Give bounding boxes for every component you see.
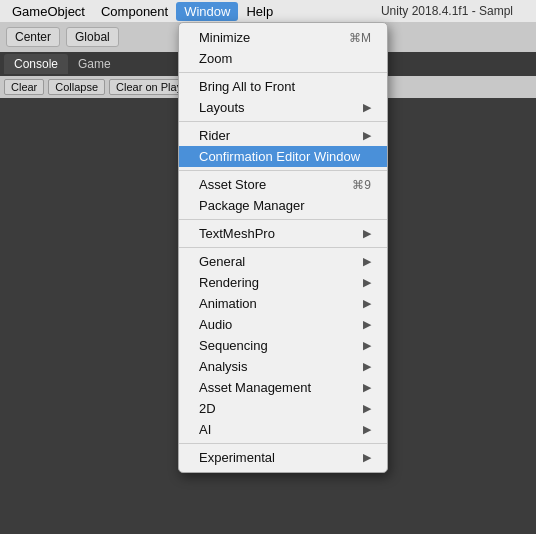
rider-arrow-icon: ▶ (363, 129, 371, 142)
menu-item-minimize-label: Minimize (199, 30, 250, 45)
layouts-arrow-icon: ▶ (363, 101, 371, 114)
menu-item-sequencing-label: Sequencing (199, 338, 268, 353)
menu-item-bring-all-to-front[interactable]: Bring All to Front (179, 76, 387, 97)
general-arrow-icon: ▶ (363, 255, 371, 268)
tab-console[interactable]: Console (4, 54, 68, 74)
2d-arrow-icon: ▶ (363, 402, 371, 415)
center-button[interactable]: Center (6, 27, 60, 47)
ai-arrow-icon: ▶ (363, 423, 371, 436)
menu-item-audio[interactable]: Audio ▶ (179, 314, 387, 335)
textmeshpro-arrow-icon: ▶ (363, 227, 371, 240)
analysis-arrow-icon: ▶ (363, 360, 371, 373)
menubar-window[interactable]: Window (176, 2, 238, 21)
menubar: GameObject Component Window Help Unity 2… (0, 0, 536, 22)
menu-item-audio-label: Audio (199, 317, 232, 332)
menu-item-2d[interactable]: 2D ▶ (179, 398, 387, 419)
menu-item-zoom[interactable]: Zoom (179, 48, 387, 69)
menu-item-animation[interactable]: Animation ▶ (179, 293, 387, 314)
clear-button[interactable]: Clear (4, 79, 44, 95)
menu-item-rider-label: Rider (199, 128, 230, 143)
separator-5 (179, 247, 387, 248)
menu-item-minimize[interactable]: Minimize ⌘M (179, 27, 387, 48)
menu-item-analysis-label: Analysis (199, 359, 247, 374)
menu-item-textmeshpro-label: TextMeshPro (199, 226, 275, 241)
menubar-component[interactable]: Component (93, 2, 176, 21)
separator-1 (179, 72, 387, 73)
menu-item-package-manager-label: Package Manager (199, 198, 305, 213)
menu-item-experimental[interactable]: Experimental ▶ (179, 447, 387, 468)
audio-arrow-icon: ▶ (363, 318, 371, 331)
separator-6 (179, 443, 387, 444)
menu-item-asset-management[interactable]: Asset Management ▶ (179, 377, 387, 398)
menu-item-package-manager[interactable]: Package Manager (179, 195, 387, 216)
rendering-arrow-icon: ▶ (363, 276, 371, 289)
tab-game[interactable]: Game (68, 54, 121, 74)
sequencing-arrow-icon: ▶ (363, 339, 371, 352)
menu-item-analysis[interactable]: Analysis ▶ (179, 356, 387, 377)
menu-item-zoom-label: Zoom (199, 51, 232, 66)
separator-2 (179, 121, 387, 122)
menu-item-2d-label: 2D (199, 401, 216, 416)
experimental-arrow-icon: ▶ (363, 451, 371, 464)
animation-arrow-icon: ▶ (363, 297, 371, 310)
window-dropdown-menu: Minimize ⌘M Zoom Bring All to Front Layo… (178, 22, 388, 473)
menu-item-experimental-label: Experimental (199, 450, 275, 465)
menu-item-ai-label: AI (199, 422, 211, 437)
asset-management-arrow-icon: ▶ (363, 381, 371, 394)
menu-item-confirmation-editor-window-label: Confirmation Editor Window (199, 149, 360, 164)
separator-4 (179, 219, 387, 220)
menu-item-ai[interactable]: AI ▶ (179, 419, 387, 440)
menu-item-general[interactable]: General ▶ (179, 251, 387, 272)
menu-item-minimize-shortcut: ⌘M (349, 31, 371, 45)
separator-3 (179, 170, 387, 171)
global-button[interactable]: Global (66, 27, 119, 47)
menu-item-animation-label: Animation (199, 296, 257, 311)
collapse-button[interactable]: Collapse (48, 79, 105, 95)
menu-item-general-label: General (199, 254, 245, 269)
menubar-gameobject[interactable]: GameObject (4, 2, 93, 21)
menu-item-rider[interactable]: Rider ▶ (179, 125, 387, 146)
window-title: Unity 2018.4.1f1 - Sampl (358, 0, 536, 22)
menu-item-layouts-label: Layouts (199, 100, 245, 115)
menu-item-asset-store[interactable]: Asset Store ⌘9 (179, 174, 387, 195)
menu-item-textmeshpro[interactable]: TextMeshPro ▶ (179, 223, 387, 244)
menu-item-rendering-label: Rendering (199, 275, 259, 290)
menu-item-sequencing[interactable]: Sequencing ▶ (179, 335, 387, 356)
menubar-help[interactable]: Help (238, 2, 281, 21)
menu-item-rendering[interactable]: Rendering ▶ (179, 272, 387, 293)
menu-item-asset-store-label: Asset Store (199, 177, 266, 192)
menu-item-asset-management-label: Asset Management (199, 380, 311, 395)
menu-item-confirmation-editor-window[interactable]: Confirmation Editor Window (179, 146, 387, 167)
menu-item-bring-all-to-front-label: Bring All to Front (199, 79, 295, 94)
menu-item-asset-store-shortcut: ⌘9 (352, 178, 371, 192)
menu-item-layouts[interactable]: Layouts ▶ (179, 97, 387, 118)
